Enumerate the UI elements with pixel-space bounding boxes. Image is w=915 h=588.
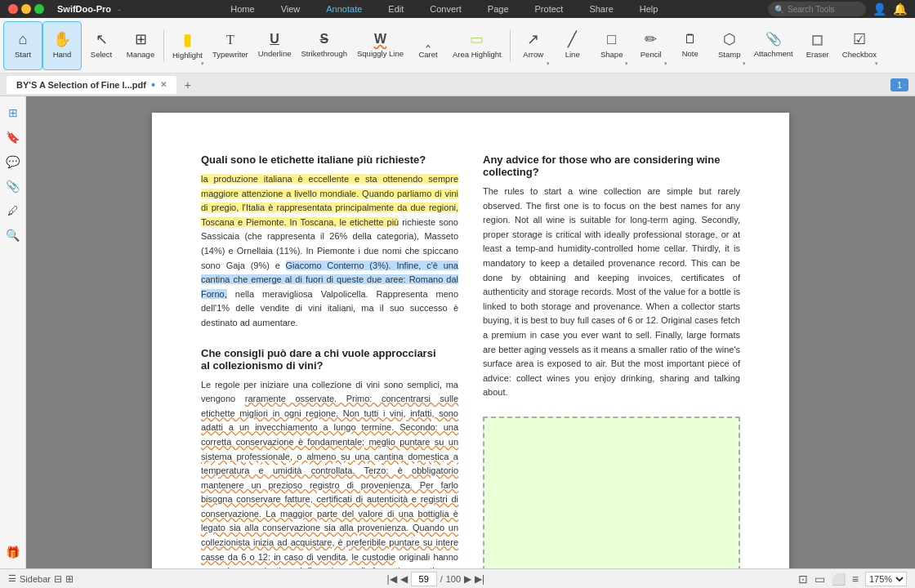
toolbar-eraser[interactable]: ◻ Eraser [798, 21, 837, 70]
nav-page[interactable]: Page [483, 2, 514, 16]
cursor-icon [96, 32, 108, 47]
sidebar-icon-comment[interactable]: 💬 [3, 152, 23, 172]
sidebar-icon-pages[interactable]: ⊞ [3, 103, 23, 122]
toolbar-arrow[interactable]: ↗ Arrow ▾ [514, 21, 553, 70]
toolbar-highlight-label: Highlight [172, 51, 203, 60]
highlight-yellow-1: la produzione italiana è eccellente e st… [201, 174, 458, 227]
toolbar-typewriter[interactable]: Typewriter [208, 21, 253, 70]
current-page-input[interactable] [411, 572, 437, 586]
section-1-text: la produzione italiana è eccellente e st… [201, 172, 458, 331]
toolbar-arrow-label: Arrow [523, 50, 543, 59]
nav-protect[interactable]: Protect [530, 2, 569, 16]
highlight-dropdown: ▾ [201, 60, 204, 67]
first-page-button[interactable]: |◀ [387, 573, 397, 585]
tab-doc1-label: BY'S A Selection of Fine l...pdf [16, 80, 146, 90]
toolbar-note-label: Note [682, 49, 699, 58]
toolbar-checkbox[interactable]: ☑ Checkbox ▾ [837, 21, 882, 70]
panel-expand-icon[interactable]: ⊞ [65, 573, 74, 585]
fit-page-icon[interactable]: ⊡ [798, 572, 808, 586]
pencil-dropdown: ▾ [664, 60, 667, 67]
nav-help[interactable]: Help [635, 2, 663, 16]
toolbar-caret[interactable]: ‸ Caret [408, 21, 448, 70]
close-button[interactable] [8, 4, 18, 14]
last-page-button[interactable]: ▶| [475, 573, 484, 585]
toolbar-start[interactable]: Start [3, 21, 42, 70]
stamp-icon: ⬡ [723, 32, 736, 47]
tab-bar: BY'S A Selection of Fine l...pdf • ✕ + 1 [0, 74, 915, 96]
toolbar-attachment[interactable]: 📎 Attachment [749, 21, 798, 70]
section-right-1-text: The rules to start a wine collection are… [483, 185, 740, 400]
sidebar-icon-attachment[interactable]: 📎 [3, 176, 23, 196]
pencil-icon: ✏ [645, 32, 657, 47]
shape-dropdown: ▾ [625, 60, 628, 67]
title-bar-left: SwifDoo-Pro - [8, 4, 121, 14]
maximize-button[interactable] [34, 4, 44, 14]
sidebar-toggle-icon[interactable]: ☰ [8, 573, 16, 584]
toolbar-hand[interactable]: Hand [42, 21, 82, 70]
toolbar-area-highlight[interactable]: ▭ Area Highlight [448, 21, 507, 70]
section-italian-labels: Quali sono le etichette italiane più ric… [201, 154, 458, 331]
nav-edit[interactable]: Edit [383, 2, 408, 16]
squiggly-icon: W [374, 33, 386, 46]
caret-icon: ‸ [426, 32, 431, 47]
bell-icon[interactable]: 🔔 [893, 2, 907, 16]
toolbar: Start Hand Select Manage ▮ Highlight ▾ T… [0, 18, 915, 74]
user-icon[interactable]: 👤 [873, 2, 886, 16]
area-highlight-icon: ▭ [470, 32, 484, 47]
nav-convert[interactable]: Convert [425, 2, 466, 16]
sidebar-icon-gift[interactable]: 🎁 [3, 542, 23, 562]
single-page-icon[interactable]: ▭ [815, 572, 825, 586]
toolbar-shape[interactable]: □ Shape ▾ [592, 21, 632, 70]
sidebar-icon-bookmark[interactable]: 🔖 [3, 127, 23, 147]
sidebar-icon-search[interactable]: 🔍 [3, 225, 23, 245]
bottom-bar-left: ☰ Sidebar ⊟ ⊞ [8, 573, 74, 585]
nav-home[interactable]: Home [225, 2, 259, 16]
pdf-content: Quali sono le etichette italiane più ric… [201, 154, 740, 568]
toolbar-strikethrough[interactable]: S Strikethrough [296, 21, 352, 70]
app-name: SwifDoo-Pro [57, 4, 111, 14]
toolbar-manage-label: Manage [127, 50, 154, 59]
toolbar-manage[interactable]: Manage [121, 21, 160, 70]
section-advice-ita: Che consigli può dare a chi vuole approc… [201, 347, 458, 568]
scroll-icon[interactable]: ≡ [852, 572, 859, 586]
arrow-dropdown: ▾ [547, 60, 550, 67]
toolbar-separator-2 [510, 29, 511, 62]
title-bar-nav: Home View Annotate Edit Convert Page Pro… [225, 2, 663, 16]
tab-add-button[interactable]: + [180, 77, 196, 93]
next-page-button[interactable]: ▶ [464, 573, 471, 585]
toolbar-squiggly[interactable]: W Squiggly Line [352, 21, 408, 70]
toolbar-strikethrough-label: Strikethrough [301, 49, 347, 58]
total-pages: 100 [446, 574, 461, 584]
minimize-button[interactable] [21, 4, 31, 14]
manage-icon [135, 32, 147, 47]
bottom-bar-right: ⊡ ▭ ⬜ ≡ 175% 150% 125% 100% 75% [798, 572, 907, 586]
toolbar-select[interactable]: Select [82, 21, 121, 70]
line-icon: ╱ [568, 32, 577, 47]
toolbar-stamp[interactable]: ⬡ Stamp ▾ [710, 21, 749, 70]
toolbar-underline[interactable]: U Underline [253, 21, 297, 70]
prev-page-button[interactable]: ◀ [400, 573, 408, 585]
nav-view[interactable]: View [276, 2, 306, 16]
sidebar-label[interactable]: Sidebar [20, 574, 51, 584]
toolbar-pencil[interactable]: ✏ Pencil ▾ [632, 21, 671, 70]
zoom-selector[interactable]: 175% 150% 125% 100% 75% [865, 572, 907, 586]
panel-shrink-icon[interactable]: ⊟ [54, 573, 62, 585]
bottom-bar: ☰ Sidebar ⊟ ⊞ |◀ ◀ / 100 ▶ ▶| ⊡ ▭ ⬜ ≡ 17… [0, 568, 915, 588]
page-separator: / [440, 574, 443, 584]
title-search-placeholder[interactable]: Search Tools [788, 5, 835, 14]
pdf-viewer[interactable]: Quali sono le etichette italiane più ric… [26, 96, 915, 568]
toolbar-caret-label: Caret [418, 50, 437, 59]
sidebar-icon-signature[interactable]: 🖊 [3, 201, 23, 220]
toolbar-note[interactable]: 🗒 Note [671, 21, 710, 70]
shape-icon: □ [607, 32, 616, 47]
tab-doc1[interactable]: BY'S A Selection of Fine l...pdf • ✕ [7, 76, 176, 94]
toolbar-pencil-label: Pencil [640, 50, 662, 59]
nav-share[interactable]: Share [584, 2, 618, 16]
toolbar-highlight[interactable]: ▮ Highlight ▾ [167, 21, 208, 70]
nav-annotate[interactable]: Annotate [321, 2, 367, 16]
section-advice-eng: Any advice for those who are considering… [483, 154, 740, 400]
toolbar-line[interactable]: ╱ Line [553, 21, 592, 70]
double-page-icon[interactable]: ⬜ [832, 572, 846, 586]
tab-close-button[interactable]: ✕ [160, 80, 167, 89]
highlight-icon: ▮ [183, 31, 192, 47]
